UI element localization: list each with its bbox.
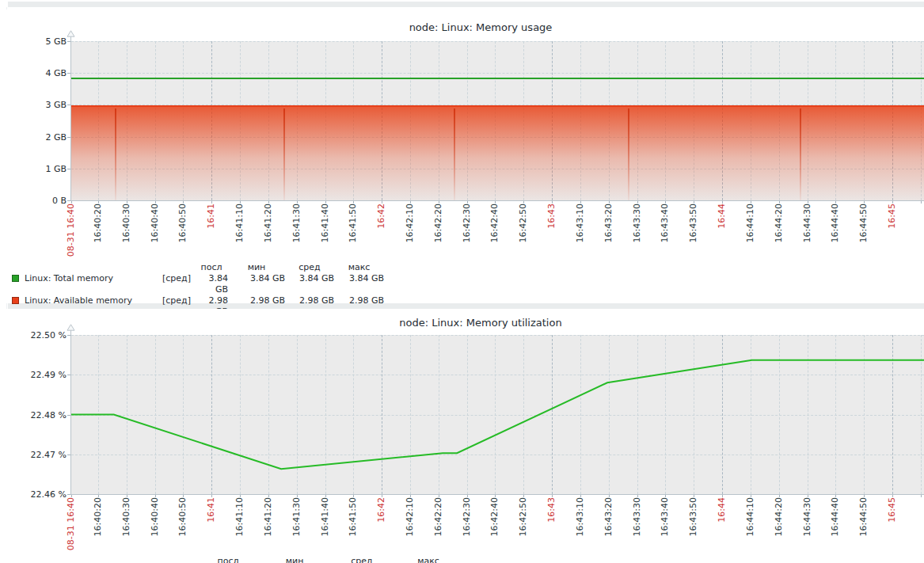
x-tick-label: 16:45	[887, 497, 898, 523]
x-tick-label: 16:40:50	[177, 204, 188, 242]
legend-color-swatch	[12, 297, 19, 304]
y-axis-arrow-icon	[67, 30, 75, 37]
area-gradient-seam	[454, 108, 455, 200]
memory-utilization-line-series	[71, 335, 924, 494]
x-tick-label: 16:44:30	[802, 497, 813, 536]
x-tick-label: 16:40:30	[121, 204, 132, 242]
y-tick-label: 1 GB	[0, 164, 67, 174]
x-tick-label: 16:42:10	[405, 497, 416, 536]
y-tick-label: 3 GB	[0, 100, 67, 110]
x-tick-label: 16:40:40	[150, 497, 161, 536]
legend-header-cell: сред	[285, 262, 334, 273]
legend-header-spacer	[162, 262, 195, 273]
x-tick-label: 16:41:30	[291, 497, 302, 536]
x-tick-label: 16:42:20	[433, 497, 444, 536]
x-axis-line	[70, 494, 924, 495]
x-tick-mark	[921, 201, 922, 204]
x-tick-label: 16:42:40	[489, 204, 500, 242]
legend-header-cell: мин	[228, 262, 285, 273]
memory-usage-plot-area[interactable]	[71, 41, 924, 200]
x-tick-label: 16:43:50	[688, 497, 699, 536]
x-tick-label: 16:42:50	[518, 204, 529, 242]
memory-usage-graph-widget: node: Linux: Memory usage 5 GB4 GB3 GB2 …	[0, 10, 924, 303]
memory-utilization-graph-widget: node: Linux: Memory utilization 22.50 %2…	[0, 309, 924, 563]
x-tick-label: 16:43:50	[688, 204, 699, 242]
x-tick-label: 16:43:40	[660, 204, 671, 242]
memory-utilization-plot-area[interactable]	[71, 335, 924, 494]
legend-series-func: [сред]	[162, 273, 195, 295]
y-tick-mark	[67, 73, 70, 74]
x-tick-label: 16:40:50	[177, 497, 188, 536]
x-tick-label: 16:44:10	[745, 497, 756, 536]
y-tick-label: 4 GB	[0, 68, 67, 78]
y-tick-mark	[67, 335, 70, 336]
chart-title-memory-usage: node: Linux: Memory usage	[37, 21, 924, 33]
x-tick-label: 16:40:30	[121, 497, 132, 536]
area-gradient-seam	[283, 108, 285, 200]
y-tick-mark	[67, 41, 70, 42]
x-axis-line	[70, 200, 924, 201]
y-tick-label: 22.47 %	[0, 450, 67, 460]
x-tick-label: 16:41:40	[320, 497, 331, 536]
x-tick-label: 16:43:20	[603, 497, 614, 536]
legend-header-spacer	[12, 262, 25, 273]
y-tick-mark	[67, 455, 70, 455]
y-tick-label: 22.50 %	[0, 330, 67, 340]
x-tick-label: 16:44:40	[830, 497, 841, 536]
x-tick-label: 16:43:40	[660, 497, 671, 536]
legend-header-cell: сред	[351, 556, 372, 563]
x-tick-label: 16:42:30	[462, 204, 473, 242]
legend-value: 3.84 GB	[228, 273, 285, 295]
y-tick-mark	[67, 494, 70, 495]
x-tick-label: 16:44:30	[802, 204, 813, 242]
legend-series-name: Linux: Total memory	[25, 273, 162, 295]
y-tick-label: 22.46 %	[0, 489, 67, 500]
y-tick-mark	[67, 137, 70, 138]
area-gradient-seam	[800, 108, 801, 200]
page-top-strip	[8, 2, 924, 7]
y-tick-label: 5 GB	[0, 36, 67, 47]
x-tick-label: 16:41:50	[348, 497, 359, 536]
y-tick-label: 2 GB	[0, 132, 67, 143]
x-tick-label: 16:41	[206, 204, 217, 229]
legend-header-spacer	[25, 262, 162, 273]
h-gridline	[71, 41, 924, 42]
x-tick-label: 16:43:10	[575, 204, 586, 242]
x-tick-label: 16:40:40	[150, 204, 161, 242]
h-gridline	[71, 73, 924, 74]
legend-value: 3.84 GB	[195, 273, 228, 295]
legend-header-cell: посл	[195, 262, 228, 273]
x-tick-label: 16:40:20	[93, 497, 104, 536]
x-tick-label: 16:41:20	[263, 497, 274, 536]
x-tick-label: 16:42:10	[405, 204, 416, 242]
x-tick-label: 16:43:30	[632, 497, 643, 536]
legend-value: 3.84 GB	[285, 273, 334, 295]
x-tick-label: 16:44	[717, 204, 728, 229]
x-tick-label: 16:41:40	[320, 204, 331, 242]
chart-title-memory-utilization: node: Linux: Memory utilization	[37, 317, 924, 329]
y-tick-mark	[67, 415, 70, 416]
x-tick-label: 08-31 16:40	[66, 204, 77, 257]
x-tick-label: 16:44	[717, 497, 728, 523]
x-tick-label: 16:43	[546, 497, 557, 523]
x-tick-label: 16:42	[376, 497, 387, 523]
y-axis-arrow-icon	[67, 324, 75, 331]
x-tick-label: 16:43:20	[603, 204, 614, 242]
legend-header-cell: мин	[286, 556, 304, 563]
x-tick-label: 16:45	[887, 204, 898, 229]
x-tick-label: 08-31 16:40	[66, 497, 77, 550]
x-tick-label: 16:43:30	[632, 204, 643, 242]
x-tick-label: 16:42	[376, 204, 387, 229]
x-tick-label: 16:44:20	[774, 497, 785, 536]
available-memory-area-series	[71, 105, 924, 200]
x-tick-label: 16:44:20	[774, 204, 785, 242]
x-tick-label: 16:44:10	[745, 204, 756, 242]
x-tick-label: 16:43:10	[575, 497, 586, 536]
legend-value: 3.84 GB	[334, 273, 384, 295]
x-tick-label: 16:41:10	[234, 204, 245, 242]
y-tick-mark	[67, 169, 70, 169]
total-memory-line-series	[71, 78, 924, 79]
x-tick-label: 16:41:20	[263, 204, 274, 242]
y-tick-mark	[67, 105, 70, 105]
x-tick-label: 16:41:30	[291, 204, 302, 242]
